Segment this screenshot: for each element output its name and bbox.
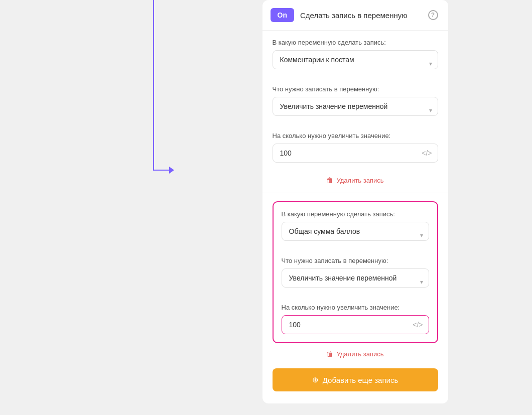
block2-label2: Что нужно записать в переменную:: [282, 257, 429, 264]
block2-delete-button[interactable]: 🗑 Удалить запись: [326, 350, 383, 358]
block1: В какую переменную сделать запись: Комме…: [273, 39, 438, 185]
page-wrapper: On Сделать запись в переменную ? В какую…: [0, 0, 532, 415]
block2-code-icon[interactable]: </>: [413, 321, 423, 329]
block1-label3: На сколько нужно увеличить значение:: [273, 132, 438, 140]
add-plus-icon: ⊕: [312, 375, 319, 384]
block1-label1: В какую переменную сделать запись:: [273, 39, 438, 46]
block2-select2-wrapper: Увеличить значение переменнойУстановить …: [282, 268, 429, 296]
block2-trash-icon: 🗑: [326, 350, 333, 358]
block2-value-input[interactable]: [282, 315, 429, 334]
block2: В какую переменную сделать запись: Комме…: [273, 201, 438, 343]
block2-delete-row: 🗑 Удалить запись: [262, 343, 448, 358]
block1-delete-row: 🗑 Удалить запись: [273, 171, 438, 185]
block1-label2: Что нужно записать в переменную:: [273, 85, 438, 93]
block1-input-wrapper: </>: [273, 144, 438, 163]
card-body: В какую переменную сделать запись: Комме…: [262, 31, 448, 185]
block1-value-input[interactable]: [273, 144, 438, 163]
block1-delete-label: Удалить запись: [336, 177, 383, 184]
help-icon[interactable]: ?: [428, 10, 438, 20]
block1-select2[interactable]: Увеличить значение переменнойУстановить …: [273, 97, 438, 116]
block1-code-icon[interactable]: </>: [422, 149, 432, 157]
card-title: Сделать запись в переменную: [300, 11, 428, 20]
block2-label3: На сколько нужно увеличить значение:: [282, 304, 429, 311]
connector-vertical: [153, 0, 154, 171]
main-card: On Сделать запись в переменную ? В какую…: [262, 0, 448, 403]
block2-label1: В какую переменную сделать запись:: [282, 210, 429, 218]
block2-select2[interactable]: Увеличить значение переменнойУстановить …: [282, 268, 429, 288]
add-record-label: Добавить еще запись: [323, 376, 398, 384]
on-toggle-button[interactable]: On: [271, 8, 294, 22]
block1-trash-icon: 🗑: [326, 176, 333, 184]
divider: [262, 193, 448, 193]
card-header: On Сделать запись в переменную ?: [262, 0, 448, 31]
block1-select2-wrapper: Увеличить значение переменнойУстановить …: [273, 97, 438, 124]
block1-select1[interactable]: Комментарии к постамОбщая сумма баллов: [273, 50, 438, 69]
block1-select1-wrapper: Комментарии к постамОбщая сумма баллов ▾: [273, 50, 438, 77]
block2-delete-label: Удалить запись: [336, 350, 383, 358]
block1-delete-button[interactable]: 🗑 Удалить запись: [326, 176, 383, 184]
block2-input-wrapper: </>: [282, 315, 429, 334]
connector: [148, 0, 178, 183]
block2-select1[interactable]: Комментарии к постамОбщая сумма баллов: [282, 222, 429, 241]
block2-select1-wrapper: Комментарии к постамОбщая сумма баллов ▾: [282, 222, 429, 249]
add-record-button[interactable]: ⊕ Добавить еще запись: [273, 368, 438, 391]
connector-arrow: [169, 167, 174, 174]
